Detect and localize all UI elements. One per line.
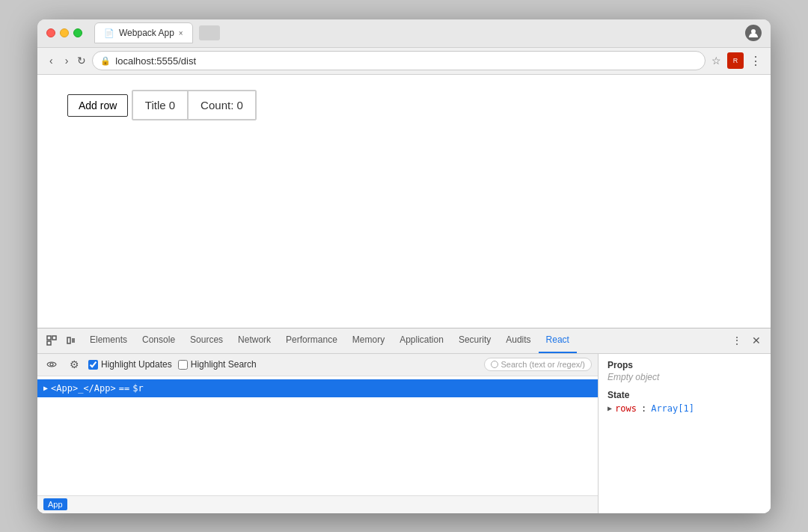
table-row: Title 0 Count: 0 — [132, 90, 257, 120]
state-rows-key: ▶ rows : Array[1] — [607, 403, 762, 414]
active-tab[interactable]: 📄 Webpack App × — [94, 22, 193, 43]
component-tree: ▶ <App>_</App> == $r — [37, 376, 598, 495]
tab-bar: 📄 Webpack App × — [94, 22, 739, 43]
highlight-updates-checkbox[interactable] — [88, 360, 98, 370]
devtools-select-element-button[interactable] — [43, 332, 60, 349]
ext-icon-symbol: R — [733, 57, 738, 64]
devtools-toggle-button[interactable] — [63, 332, 79, 349]
svg-rect-2 — [52, 336, 56, 340]
tab-security[interactable]: Security — [451, 328, 498, 353]
react-sub-toolbar: ⚙ Highlight Updates Highlight Search Sea… — [37, 354, 598, 376]
devtools-panel: Elements Console Sources Network Perform… — [37, 328, 771, 513]
tab-page-icon: 📄 — [104, 28, 114, 38]
component-tag-open: <App>_</App> — [51, 383, 116, 394]
highlight-search-label[interactable]: Highlight Search — [178, 359, 257, 370]
state-colon: : — [641, 403, 646, 414]
svg-rect-3 — [47, 341, 51, 345]
tab-react[interactable]: React — [539, 328, 577, 353]
user-avatar[interactable] — [745, 25, 762, 41]
devtools-tabs: Elements Console Sources Network Perform… — [82, 328, 726, 353]
chrome-menu-button[interactable]: ⋮ — [750, 54, 762, 68]
devtools-left-panel: ⚙ Highlight Updates Highlight Search Sea… — [37, 354, 599, 513]
maximize-button[interactable] — [73, 28, 82, 37]
title-bar-right — [745, 25, 762, 41]
address-bar: ‹ › ↻ 🔒 localhost:5555/dist ☆ R ⋮ — [37, 48, 771, 75]
tab-title: Webpack App — [119, 28, 174, 38]
props-empty-label: Empty object — [607, 372, 762, 382]
devtools-close-button[interactable]: ✕ — [748, 332, 765, 349]
count-cell: Count: 0 — [188, 91, 256, 120]
component-ref: $r — [132, 383, 143, 394]
add-row-button[interactable]: Add row — [67, 94, 128, 117]
url-text: localhost:5555/dist — [115, 55, 196, 67]
lock-icon: 🔒 — [100, 56, 111, 66]
new-tab-button[interactable] — [199, 25, 220, 40]
extension-icon[interactable]: R — [727, 52, 744, 69]
reload-button[interactable]: ↻ — [77, 55, 86, 67]
breadcrumb-app[interactable]: App — [43, 498, 67, 510]
forward-button[interactable]: › — [62, 53, 72, 68]
page-content: Add row Title 0 Count: 0 — [37, 75, 771, 513]
state-section-title: State — [607, 390, 762, 400]
traffic-lights — [46, 28, 82, 37]
url-bar[interactable]: 🔒 localhost:5555/dist — [92, 51, 706, 70]
svg-point-8 — [50, 363, 53, 366]
react-settings-button[interactable]: ⚙ — [66, 356, 82, 373]
react-search-field[interactable]: Search (text or /regex/) — [484, 358, 593, 371]
component-row-app[interactable]: ▶ <App>_</App> == $r — [37, 379, 598, 397]
state-key-rows: rows — [615, 403, 637, 414]
minimize-button[interactable] — [60, 28, 69, 37]
tab-memory[interactable]: Memory — [345, 328, 392, 353]
devtools-toolbar-right: ⋮ ✕ — [729, 332, 765, 349]
component-expand-arrow: ▶ — [43, 384, 48, 392]
devtools-body: ⚙ Highlight Updates Highlight Search Sea… — [37, 354, 771, 513]
browser-window: 📄 Webpack App × ‹ › ↻ 🔒 localhost:5555/d… — [37, 19, 771, 513]
svg-rect-1 — [47, 336, 51, 340]
react-eye-button[interactable] — [43, 356, 60, 373]
title-bar: 📄 Webpack App × — [37, 19, 771, 48]
highlight-updates-label[interactable]: Highlight Updates — [88, 359, 172, 370]
tab-performance[interactable]: Performance — [278, 328, 345, 353]
bookmark-button[interactable]: ☆ — [711, 55, 721, 67]
title-cell: Title 0 — [132, 91, 188, 120]
devtools-breadcrumb: App — [37, 495, 598, 513]
state-value-rows: Array[1] — [651, 403, 694, 414]
back-button[interactable]: ‹ — [46, 53, 56, 68]
tab-elements[interactable]: Elements — [82, 328, 135, 353]
tab-application[interactable]: Application — [392, 328, 451, 353]
tab-audits[interactable]: Audits — [498, 328, 538, 353]
close-button[interactable] — [46, 28, 55, 37]
state-expand-arrow: ▶ — [607, 404, 612, 412]
props-section-title: Props — [607, 360, 762, 370]
component-eq: == — [119, 383, 129, 394]
devtools-toolbar: Elements Console Sources Network Perform… — [37, 328, 771, 354]
search-radio-icon — [491, 361, 498, 368]
tab-network[interactable]: Network — [230, 328, 278, 353]
tab-sources[interactable]: Sources — [183, 328, 230, 353]
devtools-right-panel: Props Empty object State ▶ rows : Array[… — [599, 354, 771, 513]
address-bar-right: ☆ R ⋮ — [711, 52, 762, 69]
search-placeholder: Search (text or /regex/) — [501, 360, 586, 369]
svg-rect-4 — [67, 337, 70, 343]
devtools-more-button[interactable]: ⋮ — [729, 332, 745, 349]
tab-console[interactable]: Console — [135, 328, 183, 353]
tab-close-icon[interactable]: × — [179, 29, 183, 37]
app-content: Add row Title 0 Count: 0 — [37, 75, 771, 328]
highlight-search-checkbox[interactable] — [178, 360, 188, 370]
